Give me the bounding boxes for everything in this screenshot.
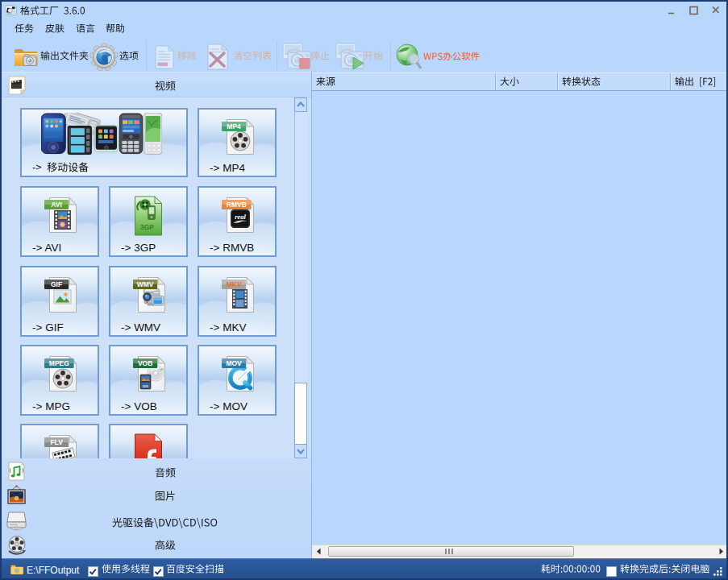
svg-text:MPEG: MPEG [49,359,69,367]
svg-text:real: real [235,213,246,221]
svg-text:MP4: MP4 [227,122,241,130]
svg-text:GIF: GIF [51,280,62,288]
svg-text:VOB: VOB [138,359,152,367]
svg-text:FLV: FLV [50,438,63,446]
svg-text:AVI: AVI [51,201,62,209]
svg-text:MOV: MOV [226,359,242,367]
svg-text:3GP: 3GP [140,223,154,231]
svg-text:RMVB: RMVB [227,201,247,209]
svg-text:MKV: MKV [227,280,242,288]
svg-text:WMV: WMV [137,280,154,288]
